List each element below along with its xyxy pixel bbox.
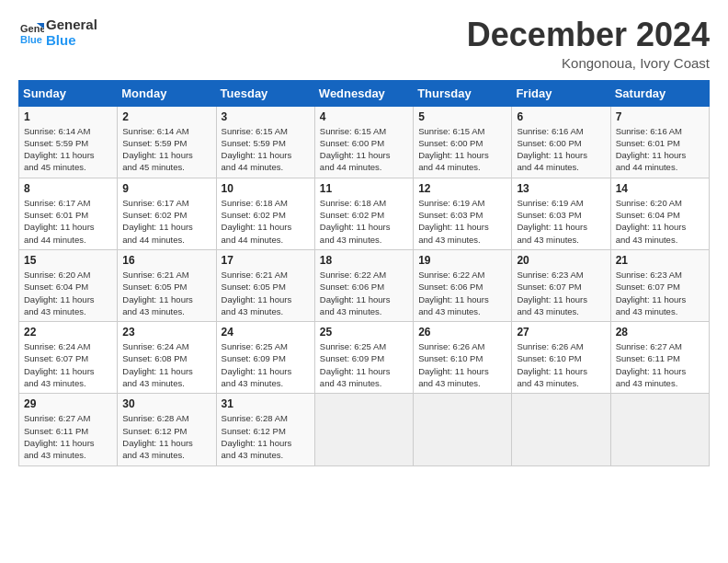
day-number: 16 (122, 254, 210, 267)
day-number: 24 (222, 326, 310, 339)
calendar-cell (512, 394, 610, 465)
calendar-cell: 8Sunrise: 6:17 AM Sunset: 6:01 PM Daylig… (19, 178, 118, 249)
day-info: Sunrise: 6:17 AM Sunset: 6:01 PM Dayligh… (24, 197, 112, 246)
calendar-week-2: 8Sunrise: 6:17 AM Sunset: 6:01 PM Daylig… (19, 178, 710, 249)
calendar-week-1: 1Sunrise: 6:14 AM Sunset: 5:59 PM Daylig… (19, 106, 710, 178)
calendar-header-monday: Monday (118, 80, 216, 106)
day-info: Sunrise: 6:17 AM Sunset: 6:02 PM Dayligh… (122, 197, 210, 246)
day-info: Sunrise: 6:15 AM Sunset: 6:00 PM Dayligh… (320, 125, 408, 174)
calendar-cell: 28Sunrise: 6:27 AM Sunset: 6:11 PM Dayli… (610, 322, 709, 394)
calendar-cell: 31Sunrise: 6:28 AM Sunset: 6:12 PM Dayli… (216, 394, 314, 465)
calendar-cell: 5Sunrise: 6:15 AM Sunset: 6:00 PM Daylig… (414, 106, 512, 178)
calendar-cell: 15Sunrise: 6:20 AM Sunset: 6:04 PM Dayli… (19, 249, 118, 321)
calendar-cell: 20Sunrise: 6:23 AM Sunset: 6:07 PM Dayli… (512, 249, 610, 321)
day-number: 6 (517, 110, 605, 123)
day-info: Sunrise: 6:20 AM Sunset: 6:04 PM Dayligh… (24, 269, 112, 317)
calendar-cell: 25Sunrise: 6:25 AM Sunset: 6:09 PM Dayli… (314, 322, 413, 394)
day-info: Sunrise: 6:14 AM Sunset: 5:59 PM Dayligh… (24, 125, 112, 174)
day-number: 2 (122, 110, 210, 123)
day-number: 10 (222, 182, 310, 195)
page: General Blue General Blue December 2024 … (0, 0, 728, 563)
subtitle: Kongonoua, Ivory Coast (467, 55, 710, 71)
day-info: Sunrise: 6:21 AM Sunset: 6:05 PM Dayligh… (122, 269, 210, 317)
day-info: Sunrise: 6:25 AM Sunset: 6:09 PM Dayligh… (320, 340, 408, 389)
calendar-week-4: 22Sunrise: 6:24 AM Sunset: 6:07 PM Dayli… (19, 322, 710, 394)
day-info: Sunrise: 6:24 AM Sunset: 6:07 PM Dayligh… (24, 340, 112, 389)
calendar-cell: 12Sunrise: 6:19 AM Sunset: 6:03 PM Dayli… (414, 178, 512, 249)
day-number: 4 (320, 110, 408, 123)
day-info: Sunrise: 6:21 AM Sunset: 6:05 PM Dayligh… (222, 269, 310, 317)
logo-blue: Blue (46, 32, 97, 48)
day-number: 18 (320, 254, 408, 267)
day-info: Sunrise: 6:27 AM Sunset: 6:11 PM Dayligh… (24, 412, 112, 461)
calendar-week-3: 15Sunrise: 6:20 AM Sunset: 6:04 PM Dayli… (19, 249, 710, 321)
calendar-cell: 10Sunrise: 6:18 AM Sunset: 6:02 PM Dayli… (216, 178, 314, 249)
calendar-cell: 6Sunrise: 6:16 AM Sunset: 6:00 PM Daylig… (512, 106, 610, 178)
svg-text:Blue: Blue (20, 34, 42, 45)
day-number: 15 (24, 254, 112, 267)
day-info: Sunrise: 6:22 AM Sunset: 6:06 PM Dayligh… (418, 269, 506, 317)
day-info: Sunrise: 6:23 AM Sunset: 6:07 PM Dayligh… (616, 269, 704, 317)
calendar-cell: 29Sunrise: 6:27 AM Sunset: 6:11 PM Dayli… (19, 394, 118, 465)
day-info: Sunrise: 6:28 AM Sunset: 6:12 PM Dayligh… (122, 412, 210, 461)
calendar-header-row: SundayMondayTuesdayWednesdayThursdayFrid… (19, 80, 710, 106)
day-number: 22 (24, 326, 112, 339)
calendar-cell: 30Sunrise: 6:28 AM Sunset: 6:12 PM Dayli… (118, 394, 216, 465)
calendar-cell: 14Sunrise: 6:20 AM Sunset: 6:04 PM Dayli… (610, 178, 709, 249)
calendar-cell: 13Sunrise: 6:19 AM Sunset: 6:03 PM Dayli… (512, 178, 610, 249)
calendar-cell: 19Sunrise: 6:22 AM Sunset: 6:06 PM Dayli… (414, 249, 512, 321)
day-number: 29 (24, 397, 112, 410)
calendar-cell (314, 394, 413, 465)
logo-icon: General Blue (18, 19, 44, 45)
calendar-cell: 11Sunrise: 6:18 AM Sunset: 6:02 PM Dayli… (314, 178, 413, 249)
day-number: 3 (222, 110, 310, 123)
day-info: Sunrise: 6:25 AM Sunset: 6:09 PM Dayligh… (222, 340, 310, 389)
day-number: 17 (222, 254, 310, 267)
day-number: 30 (122, 397, 210, 410)
calendar-cell: 23Sunrise: 6:24 AM Sunset: 6:08 PM Dayli… (118, 322, 216, 394)
logo: General Blue General Blue (18, 17, 97, 49)
day-info: Sunrise: 6:28 AM Sunset: 6:12 PM Dayligh… (222, 412, 310, 461)
day-number: 25 (320, 326, 408, 339)
day-info: Sunrise: 6:22 AM Sunset: 6:06 PM Dayligh… (320, 269, 408, 317)
day-number: 19 (418, 254, 506, 267)
calendar-header-saturday: Saturday (610, 80, 709, 106)
calendar-cell: 16Sunrise: 6:21 AM Sunset: 6:05 PM Dayli… (118, 249, 216, 321)
day-number: 27 (517, 326, 605, 339)
logo-general: General (46, 17, 97, 32)
calendar-header-friday: Friday (512, 80, 610, 106)
calendar-header-sunday: Sunday (19, 80, 118, 106)
header: General Blue General Blue December 2024 … (18, 17, 710, 71)
day-number: 28 (616, 326, 704, 339)
day-number: 1 (24, 110, 112, 123)
calendar-week-5: 29Sunrise: 6:27 AM Sunset: 6:11 PM Dayli… (19, 394, 710, 465)
calendar-header-tuesday: Tuesday (216, 80, 314, 106)
day-number: 5 (418, 110, 506, 123)
calendar-cell: 1Sunrise: 6:14 AM Sunset: 5:59 PM Daylig… (19, 106, 118, 178)
day-number: 7 (616, 110, 704, 123)
calendar-table: SundayMondayTuesdayWednesdayThursdayFrid… (18, 80, 710, 466)
day-number: 13 (517, 182, 605, 195)
day-number: 12 (418, 182, 506, 195)
day-number: 11 (320, 182, 408, 195)
day-number: 20 (517, 254, 605, 267)
day-number: 31 (222, 397, 310, 410)
calendar-cell (414, 394, 512, 465)
day-info: Sunrise: 6:27 AM Sunset: 6:11 PM Dayligh… (616, 340, 704, 389)
calendar-cell: 3Sunrise: 6:15 AM Sunset: 5:59 PM Daylig… (216, 106, 314, 178)
day-info: Sunrise: 6:20 AM Sunset: 6:04 PM Dayligh… (616, 197, 704, 246)
calendar-cell: 27Sunrise: 6:26 AM Sunset: 6:10 PM Dayli… (512, 322, 610, 394)
title-area: December 2024 Kongonoua, Ivory Coast (467, 17, 710, 71)
day-number: 9 (122, 182, 210, 195)
calendar-cell: 17Sunrise: 6:21 AM Sunset: 6:05 PM Dayli… (216, 249, 314, 321)
day-info: Sunrise: 6:24 AM Sunset: 6:08 PM Dayligh… (122, 340, 210, 389)
day-info: Sunrise: 6:18 AM Sunset: 6:02 PM Dayligh… (320, 197, 408, 246)
day-info: Sunrise: 6:15 AM Sunset: 6:00 PM Dayligh… (418, 125, 506, 174)
calendar-cell: 9Sunrise: 6:17 AM Sunset: 6:02 PM Daylig… (118, 178, 216, 249)
calendar-cell: 21Sunrise: 6:23 AM Sunset: 6:07 PM Dayli… (610, 249, 709, 321)
calendar-cell: 18Sunrise: 6:22 AM Sunset: 6:06 PM Dayli… (314, 249, 413, 321)
calendar-cell: 26Sunrise: 6:26 AM Sunset: 6:10 PM Dayli… (414, 322, 512, 394)
day-info: Sunrise: 6:16 AM Sunset: 6:00 PM Dayligh… (517, 125, 605, 174)
day-number: 8 (24, 182, 112, 195)
day-info: Sunrise: 6:16 AM Sunset: 6:01 PM Dayligh… (616, 125, 704, 174)
